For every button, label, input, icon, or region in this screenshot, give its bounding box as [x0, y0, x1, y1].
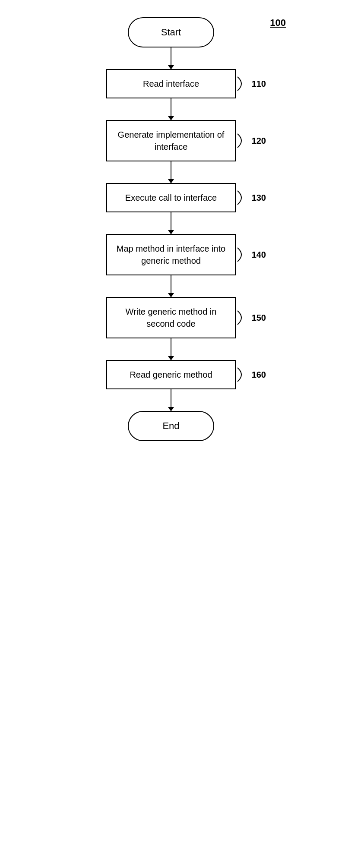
arrow-start-to-110 [171, 47, 171, 69]
bracket-130 [237, 190, 248, 205]
node-130: Execute call to interface [106, 183, 236, 212]
end-node: End [128, 411, 214, 441]
node-120-wrapper: Generate implementation of interface 120 [106, 120, 236, 161]
arrow-110-to-120 [171, 98, 171, 120]
label-150: 150 [252, 313, 266, 323]
node-140: Map method in interface into generic met… [106, 234, 236, 275]
label-130: 130 [252, 193, 266, 203]
node-150-wrapper: Write generic method in second code 150 [106, 297, 236, 338]
flowchart-diagram: 100 Start Read interface 110 Generate im… [0, 0, 342, 458]
node-120: Generate implementation of interface [106, 120, 236, 161]
arrow-130-to-140 [171, 212, 171, 234]
label-140: 140 [252, 250, 266, 260]
end-node-wrapper: End [128, 411, 214, 441]
node-110: Read interface [106, 69, 236, 98]
arrow-160-to-end [171, 389, 171, 411]
start-node-wrapper: Start [128, 17, 214, 47]
label-160: 160 [252, 370, 266, 380]
node-150: Write generic method in second code [106, 297, 236, 338]
node-130-wrapper: Execute call to interface 130 [106, 183, 236, 212]
diagram-label: 100 [270, 17, 286, 28]
arrow-140-to-150 [171, 275, 171, 297]
arrow-150-to-160 [171, 338, 171, 360]
node-160: Read generic method [106, 360, 236, 389]
node-140-wrapper: Map method in interface into generic met… [106, 234, 236, 275]
arrow-120-to-130 [171, 161, 171, 183]
bracket-140 [237, 247, 248, 262]
bracket-150 [237, 310, 248, 325]
label-120: 120 [252, 136, 266, 146]
bracket-110 [237, 76, 248, 92]
label-110: 110 [252, 79, 266, 89]
node-110-wrapper: Read interface 110 [106, 69, 236, 98]
node-160-wrapper: Read generic method 160 [106, 360, 236, 389]
bracket-120 [237, 133, 248, 148]
bracket-160 [237, 367, 248, 382]
start-node: Start [128, 17, 214, 47]
